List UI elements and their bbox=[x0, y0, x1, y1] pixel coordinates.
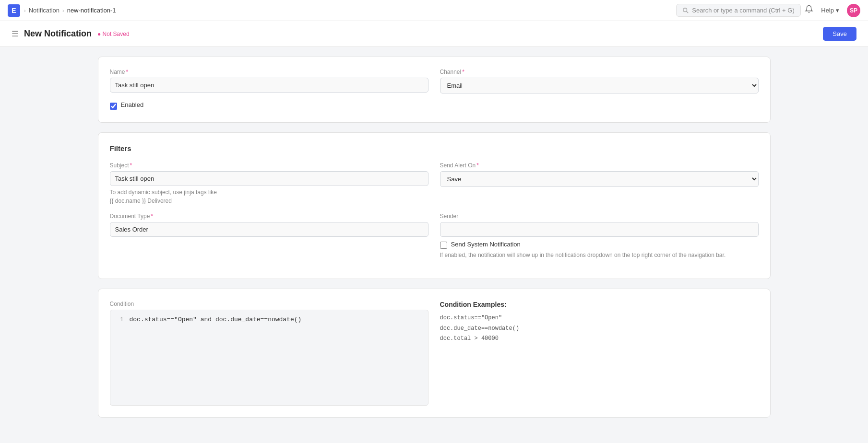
condition-label: Condition bbox=[110, 301, 428, 307]
save-button[interactable]: Save bbox=[823, 27, 856, 41]
enabled-label: Enabled bbox=[121, 101, 144, 108]
chevron-right-icon-2: › bbox=[62, 8, 64, 13]
line-number: 1 bbox=[116, 316, 124, 323]
brand-logo[interactable]: E bbox=[8, 4, 20, 17]
sender-label: Sender bbox=[440, 213, 759, 220]
subject-label: Subject* bbox=[110, 162, 428, 169]
sender-input[interactable] bbox=[440, 222, 759, 237]
page-header-left: ☰ New Notification ● Not Saved bbox=[12, 29, 130, 39]
send-system-notification-checkbox[interactable] bbox=[440, 242, 447, 249]
condition-code: doc.status=="Open" and doc.due_date==now… bbox=[130, 316, 302, 323]
channel-select[interactable]: Email Slack SMS System Notification bbox=[440, 78, 759, 93]
send-alert-on-label: Send Alert On* bbox=[440, 162, 759, 169]
breadcrumb-notification[interactable]: Notification bbox=[29, 7, 59, 14]
svg-point-0 bbox=[683, 8, 687, 12]
condition-line-1: 1 doc.status=="Open" and doc.due_date==n… bbox=[116, 316, 422, 323]
page-title: New Notification bbox=[24, 29, 92, 39]
name-input[interactable] bbox=[110, 78, 428, 93]
subject-input[interactable] bbox=[110, 171, 428, 186]
send-system-notification-desc: If enabled, the notification will show u… bbox=[440, 251, 759, 259]
navbar-actions: Help ▾ SP bbox=[805, 4, 860, 17]
condition-example-code: doc.status=="Open" doc.due_date==nowdate… bbox=[440, 313, 759, 344]
enabled-checkbox[interactable] bbox=[110, 103, 117, 110]
example-line-2: doc.due_date==nowdate() bbox=[440, 324, 759, 334]
subject-sendalerton-row: Subject* To add dynamic subject, use jin… bbox=[110, 162, 759, 205]
enabled-row: Enabled bbox=[110, 101, 759, 111]
breadcrumb: › Notification › new-notification-1 bbox=[24, 7, 116, 14]
filters-section-title: Filters bbox=[110, 144, 759, 152]
channel-field-group: Channel* Email Slack SMS System Notifica… bbox=[440, 69, 759, 93]
send-system-notification-row: Send System Notification bbox=[440, 241, 759, 249]
search-icon bbox=[682, 7, 689, 14]
help-button[interactable]: Help ▾ bbox=[821, 7, 839, 14]
menu-icon[interactable]: ☰ bbox=[12, 29, 18, 38]
document-type-label: Document Type* bbox=[110, 213, 428, 220]
subject-hint: To add dynamic subject, use jinja tags l… bbox=[110, 188, 428, 205]
search-placeholder: Search or type a command (Ctrl + G) bbox=[692, 7, 795, 14]
condition-grid: Condition 1 doc.status=="Open" and doc.d… bbox=[110, 301, 759, 406]
document-type-group: Document Type* bbox=[110, 213, 428, 259]
doctype-sender-row: Document Type* Sender Send System Notifi… bbox=[110, 213, 759, 259]
basic-info-card: Name* Channel* Email Slack SMS System No… bbox=[98, 57, 771, 123]
condition-examples-title: Condition Examples: bbox=[440, 301, 759, 308]
name-channel-row: Name* Channel* Email Slack SMS System No… bbox=[110, 69, 759, 93]
send-alert-on-select[interactable]: Save Submit Cancel bbox=[440, 171, 759, 187]
not-saved-badge: ● Not Saved bbox=[97, 31, 130, 37]
condition-editor-group: Condition 1 doc.status=="Open" and doc.d… bbox=[110, 301, 428, 406]
channel-label: Channel* bbox=[440, 69, 759, 75]
condition-examples-group: Condition Examples: doc.status=="Open" d… bbox=[440, 301, 759, 406]
condition-editor[interactable]: 1 doc.status=="Open" and doc.due_date==n… bbox=[110, 310, 428, 406]
condition-card: Condition 1 doc.status=="Open" and doc.d… bbox=[98, 289, 771, 418]
chevron-down-icon: ▾ bbox=[836, 7, 839, 14]
document-type-input[interactable] bbox=[110, 222, 428, 237]
navbar: E › Notification › new-notification-1 Se… bbox=[0, 0, 868, 21]
main-content: Name* Channel* Email Slack SMS System No… bbox=[86, 47, 782, 437]
filters-card: Filters Subject* To add dynamic subject,… bbox=[98, 132, 771, 279]
sender-group: Sender Send System Notification If enabl… bbox=[440, 213, 759, 259]
example-line-1: doc.status=="Open" bbox=[440, 313, 759, 324]
chevron-right-icon: › bbox=[24, 8, 26, 13]
subject-field-group: Subject* To add dynamic subject, use jin… bbox=[110, 162, 428, 205]
avatar[interactable]: SP bbox=[847, 4, 860, 17]
example-line-3: doc.total > 40000 bbox=[440, 334, 759, 344]
search-bar[interactable]: Search or type a command (Ctrl + G) bbox=[676, 4, 801, 17]
bell-icon[interactable] bbox=[805, 5, 813, 16]
name-field-group: Name* bbox=[110, 69, 428, 93]
page-header: ☰ New Notification ● Not Saved Save bbox=[0, 21, 868, 47]
name-label: Name* bbox=[110, 69, 428, 75]
svg-line-1 bbox=[687, 11, 689, 13]
send-alert-on-group: Send Alert On* Save Submit Cancel bbox=[440, 162, 759, 205]
breadcrumb-current: new-notification-1 bbox=[67, 7, 116, 14]
send-system-notification-label: Send System Notification bbox=[451, 241, 521, 248]
